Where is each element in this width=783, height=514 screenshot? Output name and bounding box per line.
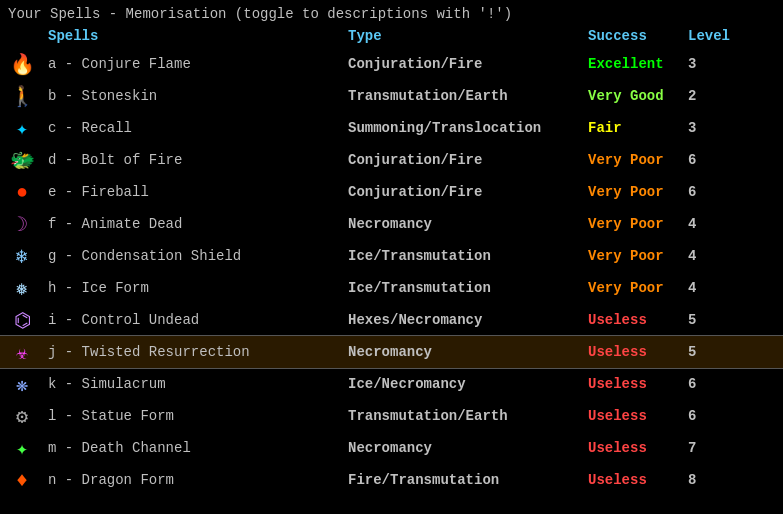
spell-icon-cell: ❅ [8,274,48,302]
spell-icon: ⚙ [8,402,36,430]
spell-icon-cell: ✦ [8,114,48,142]
spell-type: Ice/Necromancy [348,376,588,392]
spell-success: Very Good [588,88,688,104]
spell-icon-cell: 🔥 [8,50,48,78]
spell-type: Necromancy [348,440,588,456]
spell-level: 3 [688,56,748,72]
spell-key-name: f - Animate Dead [48,216,348,232]
table-row[interactable]: 🐲 d - Bolt of Fire Conjuration/Fire Very… [0,144,783,176]
spell-key-name: m - Death Channel [48,440,348,456]
spell-icon: ❅ [8,274,36,302]
spell-level: 3 [688,120,748,136]
spell-level: 4 [688,280,748,296]
spell-success: Fair [588,120,688,136]
spell-success: Excellent [588,56,688,72]
spell-key-name: b - Stoneskin [48,88,348,104]
spell-key-name: l - Statue Form [48,408,348,424]
table-row[interactable]: ● e - Fireball Conjuration/Fire Very Poo… [0,176,783,208]
table-row[interactable]: ❅ h - Ice Form Ice/Transmutation Very Po… [0,272,783,304]
spell-type: Hexes/Necromancy [348,312,588,328]
spell-level: 5 [688,312,748,328]
spell-icon: ☣ [8,338,36,366]
col-spell-header: Spells [48,28,348,44]
table-row[interactable]: ⌬ i - Control Undead Hexes/Necromancy Us… [0,304,783,336]
spell-icon-cell: ❋ [8,370,48,398]
spell-type: Conjuration/Fire [348,184,588,200]
spell-type: Transmutation/Earth [348,408,588,424]
spell-icon-cell: ● [8,178,48,206]
table-row[interactable]: ✦ m - Death Channel Necromancy Useless 7 [0,432,783,464]
spell-key-name: i - Control Undead [48,312,348,328]
spell-icon: ☽ [8,210,36,238]
spell-type: Conjuration/Fire [348,152,588,168]
spell-success: Very Poor [588,152,688,168]
spell-level: 5 [688,344,748,360]
spell-icon: ❋ [8,370,36,398]
spell-success: Very Poor [588,216,688,232]
table-row[interactable]: 🚶 b - Stoneskin Transmutation/Earth Very… [0,80,783,112]
table-row[interactable]: ✦ c - Recall Summoning/Translocation Fai… [0,112,783,144]
spell-success: Very Poor [588,248,688,264]
spell-icon: ✦ [8,114,36,142]
spell-level: 6 [688,376,748,392]
spell-icon-cell: ⚙ [8,402,48,430]
spell-key-name: a - Conjure Flame [48,56,348,72]
spell-key-name: g - Condensation Shield [48,248,348,264]
spell-key-name: c - Recall [48,120,348,136]
spell-key-name: k - Simulacrum [48,376,348,392]
spell-icon: 🚶 [8,82,36,110]
header: Your Spells - Memorisation (toggle to de… [0,0,783,26]
spell-success: Useless [588,440,688,456]
spell-icon: ✦ [8,434,36,462]
spell-icon: ● [8,178,36,206]
spell-level: 7 [688,440,748,456]
table-row[interactable]: ☣ j - Twisted Resurrection Necromancy Us… [0,336,783,368]
col-level-header: Level [688,28,748,44]
spell-type: Necromancy [348,344,588,360]
spell-success: Very Poor [588,184,688,200]
spell-type: Ice/Transmutation [348,248,588,264]
spell-icon-cell: ☽ [8,210,48,238]
spell-success: Useless [588,344,688,360]
columns-row: Spells Type Success Level [0,26,783,46]
spell-level: 6 [688,408,748,424]
spell-type: Fire/Transmutation [348,472,588,488]
table-row[interactable]: ❄ g - Condensation Shield Ice/Transmutat… [0,240,783,272]
spell-key-name: d - Bolt of Fire [48,152,348,168]
spell-success: Useless [588,472,688,488]
spell-type: Summoning/Translocation [348,120,588,136]
table-row[interactable]: ⚙ l - Statue Form Transmutation/Earth Us… [0,400,783,432]
spell-list: 🔥 a - Conjure Flame Conjuration/Fire Exc… [0,48,783,496]
spell-type: Ice/Transmutation [348,280,588,296]
col-type-header: Type [348,28,588,44]
spell-icon-cell: 🐲 [8,146,48,174]
table-row[interactable]: ♦ n - Dragon Form Fire/Transmutation Use… [0,464,783,496]
spell-icon: 🐲 [8,146,36,174]
spell-icon: ❄ [8,242,36,270]
header-text: Your Spells - Memorisation (toggle to de… [8,6,512,22]
spell-icon-cell: 🚶 [8,82,48,110]
spell-icon-cell: ❄ [8,242,48,270]
spell-icon: 🔥 [8,50,36,78]
spell-type: Transmutation/Earth [348,88,588,104]
app: Your Spells - Memorisation (toggle to de… [0,0,783,496]
spell-level: 4 [688,248,748,264]
table-row[interactable]: 🔥 a - Conjure Flame Conjuration/Fire Exc… [0,48,783,80]
spell-success: Useless [588,312,688,328]
spell-level: 8 [688,472,748,488]
spell-success: Useless [588,376,688,392]
spell-icon-cell: ♦ [8,466,48,494]
spell-key-name: h - Ice Form [48,280,348,296]
spell-level: 2 [688,88,748,104]
spell-type: Conjuration/Fire [348,56,588,72]
spell-icon: ⌬ [8,306,36,334]
spell-success: Useless [588,408,688,424]
col-success-header: Success [588,28,688,44]
table-row[interactable]: ❋ k - Simulacrum Ice/Necromancy Useless … [0,368,783,400]
spell-key-name: j - Twisted Resurrection [48,344,348,360]
table-row[interactable]: ☽ f - Animate Dead Necromancy Very Poor … [0,208,783,240]
spell-icon-cell: ⌬ [8,306,48,334]
spell-icon-cell: ✦ [8,434,48,462]
spell-key-name: n - Dragon Form [48,472,348,488]
spell-level: 4 [688,216,748,232]
